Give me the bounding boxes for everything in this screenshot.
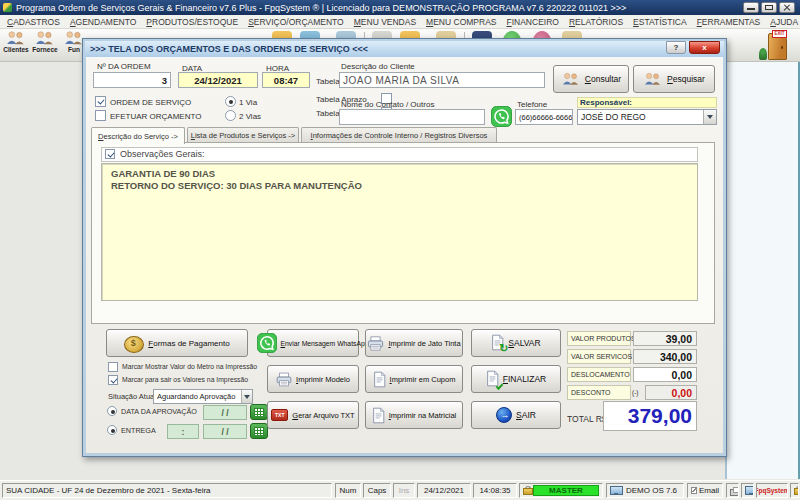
entrega-radio[interactable] bbox=[107, 425, 117, 435]
mostrar-metro-label: Marcar Mostrar Valor do Metro na Impress… bbox=[122, 363, 257, 370]
formas-pagamento-button[interactable]: Formas de Pagamento bbox=[106, 329, 248, 357]
finalizar-label: FINALIZAR bbox=[503, 374, 546, 384]
menu-produtos-estoque[interactable]: PRODUTOS/ESTOQUE bbox=[141, 17, 243, 27]
total-label: TOTAL R$ bbox=[567, 414, 607, 424]
contato-field[interactable] bbox=[339, 109, 485, 125]
entrega-data-field[interactable]: / / bbox=[203, 424, 247, 439]
status-system: DEMO OS 7.6 bbox=[623, 486, 680, 495]
dialog-help-button[interactable]: ? bbox=[666, 41, 686, 54]
toolbar-exit-button[interactable]: EXIT bbox=[758, 30, 794, 61]
valor-produtos-label: VALOR PRODUTOS bbox=[567, 331, 631, 346]
desconto-field[interactable]: 0,00 bbox=[645, 385, 697, 400]
menu-agendamento[interactable]: AGENDAMENTO bbox=[65, 17, 141, 27]
sair-valores-checkbox[interactable] bbox=[108, 375, 118, 385]
app-icon bbox=[3, 3, 12, 12]
situacao-dropdown[interactable]: Aguardando Aprovação bbox=[153, 389, 253, 404]
cliente-field[interactable]: JOAO MARIA DA SILVA bbox=[339, 72, 545, 88]
finalizar-button[interactable]: FINALIZAR bbox=[471, 365, 561, 393]
responsavel-label: Responsável: bbox=[577, 97, 717, 108]
imprimir-modelo-button[interactable]: Imprimir Modelo bbox=[267, 365, 359, 393]
sair-button[interactable]: SAIR bbox=[471, 401, 561, 429]
menu-ajuda[interactable]: AJUDA bbox=[765, 17, 800, 27]
minimize-button[interactable] bbox=[743, 2, 759, 13]
consultar-button[interactable]: Consultar bbox=[553, 65, 629, 93]
status-email-button[interactable]: Email bbox=[687, 483, 723, 498]
exit-sign-label: EXIT bbox=[772, 30, 787, 38]
dropdown-button[interactable] bbox=[241, 390, 252, 403]
observacoes-textarea[interactable]: GARANTIA DE 90 DIAS RETORNO DO SERVIÇO: … bbox=[101, 163, 698, 301]
dropdown-button[interactable] bbox=[703, 110, 716, 124]
deslocamento-field[interactable]: 0,00 bbox=[633, 367, 697, 382]
entrega-hora-field[interactable]: : bbox=[167, 424, 199, 439]
ordem-servico-checkbox[interactable] bbox=[95, 96, 106, 107]
gerar-txt-button[interactable]: TXT Gerar Arquivo TXT bbox=[267, 401, 359, 429]
imprimir-matricial-button[interactable]: Imprimir na Matricial bbox=[365, 401, 463, 429]
toolbar-fornecedores-button[interactable]: Fornece bbox=[31, 30, 59, 53]
tab-lista-produtos[interactable]: Lista de Produtos e Serviços -> bbox=[187, 127, 299, 143]
responsavel-dropdown[interactable]: JOSÉ DO REGO bbox=[577, 109, 717, 125]
dialog-title: >>> TELA DOS ORÇAMENTOS E DAS ORDENS DE … bbox=[90, 44, 368, 54]
via2-radio[interactable] bbox=[225, 110, 236, 121]
via1-label: 1 Via bbox=[239, 98, 257, 107]
search-people-icon bbox=[643, 72, 663, 86]
cliente-label: Descrição do Cliente bbox=[341, 62, 415, 71]
maximize-icon bbox=[765, 5, 773, 10]
observacoes-label: Observações Gerais: bbox=[120, 149, 205, 159]
status-date: 24/12/2021 bbox=[417, 483, 471, 498]
order-number-field[interactable]: 3 bbox=[93, 72, 171, 88]
dialog-titlebar[interactable]: >>> TELA DOS ORÇAMENTOS E DAS ORDENS DE … bbox=[85, 41, 724, 57]
menu-compras[interactable]: MENU COMPRAS bbox=[421, 17, 501, 27]
situacao-label: Situação Atual bbox=[108, 392, 156, 401]
menu-financeiro[interactable]: FINANCEIRO bbox=[501, 17, 563, 27]
consultar-label: Consultar bbox=[585, 74, 621, 84]
valor-produtos-field: 39,00 bbox=[633, 331, 697, 346]
pesquisar-button[interactable]: Pesquisar bbox=[633, 65, 715, 93]
whatsapp-button[interactable]: Enviar Mensagem WhatsApp bbox=[267, 329, 359, 357]
menu-estatistica[interactable]: ESTATÍSTICA bbox=[628, 17, 692, 27]
pesquisar-label: Pesquisar bbox=[667, 74, 705, 84]
status-network-button[interactable] bbox=[741, 483, 754, 498]
window-titlebar[interactable]: Programa Ordem de Serviços Gerais & Fina… bbox=[0, 0, 800, 15]
responsavel-value: JOSÉ DO REGO bbox=[581, 112, 646, 122]
telefone-field[interactable]: (66)66666-6666 bbox=[515, 109, 573, 125]
entrega-calendar-button[interactable] bbox=[250, 423, 268, 439]
menu-relatorios[interactable]: RELATÓRIOS bbox=[564, 17, 628, 27]
status-email-label: Email bbox=[699, 486, 719, 495]
tab-descricao-servico[interactable]: Descrição do Serviço -> bbox=[91, 127, 185, 144]
aprovacao-calendar-button[interactable] bbox=[250, 404, 268, 420]
date-field[interactable]: 24/12/2021 bbox=[178, 72, 258, 88]
imprimir-cupom-button[interactable]: Imprimir em Cupom bbox=[365, 365, 463, 393]
document-icon bbox=[373, 371, 386, 388]
data-aprovacao-radio[interactable] bbox=[107, 406, 117, 416]
sair-label: SAIR bbox=[516, 410, 536, 420]
menu-cadastros[interactable]: CADASTROS bbox=[2, 17, 65, 27]
status-brand: FpqSystem bbox=[756, 487, 788, 494]
toolbar-clientes-button[interactable]: Clientes bbox=[2, 30, 30, 53]
mostrar-metro-checkbox[interactable] bbox=[108, 362, 118, 372]
observacoes-checkbox[interactable] bbox=[105, 149, 115, 159]
total-field: 379,00 bbox=[603, 401, 697, 431]
data-aprovacao-field[interactable]: / / bbox=[203, 405, 247, 420]
whatsapp-button-label: Enviar Mensagem WhatsApp bbox=[280, 340, 368, 347]
menu-servico-orcamento[interactable]: SERVIÇO/ORÇAMENTO bbox=[243, 17, 349, 27]
menu-vendas[interactable]: MENU VENDAS bbox=[349, 17, 421, 27]
status-printer-button[interactable] bbox=[726, 483, 739, 498]
via1-radio[interactable] bbox=[225, 96, 236, 107]
efetuar-orcamento-checkbox[interactable] bbox=[95, 110, 106, 121]
tab-controle-interno[interactable]: Informações de Controle Interno / Regist… bbox=[301, 127, 497, 143]
printer-icon bbox=[367, 336, 384, 351]
imprimir-jato-tinta-button[interactable]: Imprimir de Jato Tinta bbox=[365, 329, 463, 357]
dialog-close-button[interactable]: x bbox=[689, 41, 720, 54]
close-button[interactable] bbox=[779, 2, 795, 13]
order-number-label: Nº DA ORDEM bbox=[97, 62, 151, 71]
whatsapp-icon[interactable] bbox=[491, 106, 512, 127]
status-num: Num bbox=[335, 483, 361, 498]
maximize-button[interactable] bbox=[761, 2, 777, 13]
coin-icon bbox=[124, 335, 144, 352]
salvar-button[interactable]: ↻ SALVAR bbox=[471, 329, 561, 357]
time-field[interactable]: 08:47 bbox=[262, 72, 310, 88]
imprimir-jato-tinta-label: Imprimir de Jato Tinta bbox=[388, 339, 460, 348]
formas-pagamento-label: Formas de Pagamento bbox=[148, 339, 229, 348]
printer-icon bbox=[730, 487, 739, 495]
menu-ferramentas[interactable]: FERRAMENTAS bbox=[692, 17, 766, 27]
